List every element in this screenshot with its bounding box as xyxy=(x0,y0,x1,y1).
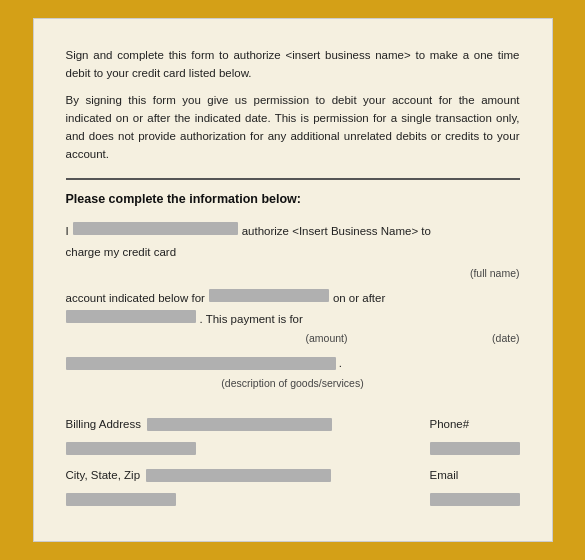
billing-section: Billing Address Phone# xyxy=(66,415,520,509)
city-line2 xyxy=(66,490,332,510)
this-payment-row: . This payment is for xyxy=(66,310,520,330)
on-or-after-text: on or after xyxy=(333,289,385,309)
authorize-row: I authorize <Insert Business Name> to xyxy=(66,222,520,242)
phone-label: Phone# xyxy=(430,415,470,435)
billing-left: Billing Address xyxy=(66,415,332,458)
city-email-row: City, State, Zip Email xyxy=(66,466,520,509)
authorize-text: authorize <Insert Business Name> to xyxy=(242,222,431,242)
amount-input[interactable] xyxy=(209,289,329,302)
divider-line xyxy=(66,178,520,180)
billing-address-line: Billing Address xyxy=(66,415,332,435)
city-row-inner: City, State, Zip xyxy=(66,466,332,486)
intro-paragraph-2: By signing this form you give us permiss… xyxy=(66,92,520,163)
form-body: I authorize <Insert Business Name> to ch… xyxy=(66,222,520,509)
phone-input-row xyxy=(430,439,520,459)
phone-input[interactable] xyxy=(430,442,520,455)
date-input[interactable] xyxy=(66,310,196,323)
account-row: account indicated below for on or after xyxy=(66,289,520,309)
billing-address-label: Billing Address xyxy=(66,415,141,435)
billing-address2-input[interactable] xyxy=(66,442,196,455)
city-left: City, State, Zip xyxy=(66,466,332,509)
section-heading: Please complete the information below: xyxy=(66,192,520,206)
email-label-row: Email xyxy=(430,466,520,486)
phone-block: Phone# xyxy=(430,415,520,458)
email-label: Email xyxy=(430,466,459,486)
city-input2[interactable] xyxy=(66,493,176,506)
amount-date-hints: (amount) (date) xyxy=(66,330,520,348)
intro-paragraph-1: Sign and complete this form to authorize… xyxy=(66,47,520,83)
name-input[interactable] xyxy=(73,222,238,235)
amount-hint: (amount) xyxy=(306,330,348,348)
billing-address-input[interactable] xyxy=(147,418,332,431)
this-payment-text: . This payment is for xyxy=(200,310,303,330)
charge-line: charge my credit card xyxy=(66,243,520,263)
description-hint: (description of goods/services) xyxy=(66,375,520,393)
email-input-row xyxy=(430,490,520,510)
description-block: . (description of goods/services) xyxy=(66,354,520,393)
city-state-zip-input[interactable] xyxy=(146,469,331,482)
description-input[interactable] xyxy=(66,357,336,370)
account-text: account indicated below for xyxy=(66,289,205,309)
phone-row: Phone# xyxy=(430,415,520,435)
email-block: Email xyxy=(430,466,520,509)
billing-address-row: Billing Address Phone# xyxy=(66,415,520,458)
date-hint: (date) xyxy=(492,330,519,348)
city-state-zip-label: City, State, Zip xyxy=(66,466,141,486)
i-label: I xyxy=(66,222,69,242)
form-container: Sign and complete this form to authorize… xyxy=(33,18,553,542)
fullname-hint: (full name) xyxy=(66,265,520,283)
email-input[interactable] xyxy=(430,493,520,506)
billing-address-line2 xyxy=(66,439,332,459)
